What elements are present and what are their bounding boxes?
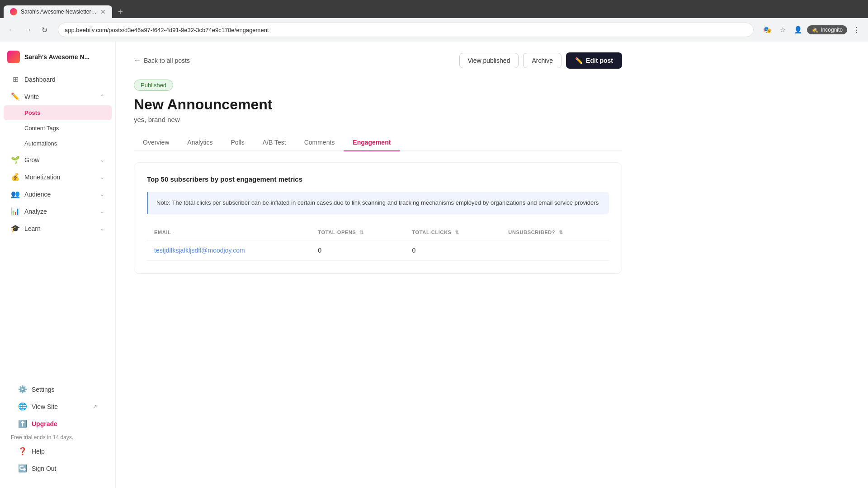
col-total-opens-label: TOTAL OPENS [318,230,356,235]
sidebar-item-upgrade[interactable]: ⬆️ Upgrade [11,415,104,432]
table-row: testjdlfksjafkljsdfl@moodjoy.com 0 0 [147,240,609,260]
chevron-up-icon: ⌃ [100,94,104,100]
upgrade-icon: ⬆️ [18,419,27,428]
browser-chrome: Sarah's Awesome Newsletter - b... ✕ + ← … [0,0,868,42]
tab-comments[interactable]: Comments [295,134,344,151]
sidebar-item-label: Audience [24,191,95,198]
sidebar-item-help[interactable]: ❓ Help [11,443,104,460]
col-total-clicks: TOTAL CLICKS ⇅ [405,225,501,240]
engagement-table: EMAIL TOTAL OPENS ⇅ TOTAL CLICKS ⇅ [147,225,609,261]
write-icon: ✏️ [11,92,20,101]
sidebar-item-label: Help [32,448,97,455]
sidebar-item-sign-out[interactable]: ↪️ Sign Out [11,460,104,477]
sort-icon[interactable]: ⇅ [359,230,364,235]
sidebar-item-content-tags[interactable]: Content Tags [4,121,112,136]
tab-favicon [10,8,17,15]
sidebar-item-label: Automations [24,140,104,147]
profile-icon[interactable]: 👤 [792,23,804,36]
reload-button[interactable]: ↻ [38,23,51,36]
sidebar: Sarah's Awesome N... ⊞ Dashboard ✏️ Writ… [0,42,116,488]
sidebar-item-write[interactable]: ✏️ Write ⌃ [4,88,112,105]
chevron-down-icon: ⌄ [100,157,104,163]
media-control-icon[interactable]: 🎭 [761,23,774,36]
post-status-badge: Published [134,80,173,91]
sidebar-item-label: Learn [24,225,95,232]
trial-text: Free trial ends in 14 days. [7,432,108,442]
active-tab[interactable]: Sarah's Awesome Newsletter - b... ✕ [4,5,112,18]
sidebar-item-automations[interactable]: Automations [4,136,112,151]
incognito-icon: 🕵 [811,27,818,33]
sidebar-item-label: Sign Out [32,465,97,472]
back-to-all-posts-link[interactable]: ← Back to all posts [134,56,190,65]
dashboard-icon: ⊞ [11,75,20,84]
sidebar-item-settings[interactable]: ⚙️ Settings [11,381,104,398]
edit-post-button[interactable]: ✏️ Edit post [566,52,622,69]
view-published-button[interactable]: View published [459,53,519,68]
back-nav-button[interactable]: ← [5,23,18,36]
sidebar-item-label: Settings [32,386,97,393]
top-actions: View published Archive ✏️ Edit post [459,52,623,69]
forward-nav-button[interactable]: → [22,23,34,36]
analyze-icon: 📊 [11,207,20,216]
sidebar-brand: Sarah's Awesome N... [0,47,115,70]
sidebar-item-label: Content Tags [24,125,104,131]
tab-polls[interactable]: Polls [222,134,253,151]
tab-title: Sarah's Awesome Newsletter - b... [21,9,97,15]
sidebar-item-audience[interactable]: 👥 Audience ⌄ [4,186,112,202]
sidebar-nav: ⊞ Dashboard ✏️ Write ⌃ Posts Content Tag… [0,70,115,375]
row-unsubscribed [501,240,609,260]
tab-close-icon[interactable]: ✕ [100,8,106,15]
post-header: Published New Announcement yes, brand ne… [134,80,622,123]
help-icon: ❓ [18,447,27,455]
learn-icon: 🎓 [11,224,20,233]
table-body: testjdlfksjafkljsdfl@moodjoy.com 0 0 [147,240,609,260]
table-header: EMAIL TOTAL OPENS ⇅ TOTAL CLICKS ⇅ [147,225,609,240]
sidebar-item-view-site[interactable]: 🌐 View Site ↗ [11,398,104,415]
edit-icon: ✏️ [575,57,583,64]
note-text: Note: The total clicks per subscriber ca… [156,199,599,206]
sidebar-footer: ⚙️ Settings 🌐 View Site ↗ ⬆️ Upgrade Fre… [0,375,115,483]
tab-overview[interactable]: Overview [134,134,178,151]
col-unsubscribed: UNSUBSCRIBED? ⇅ [501,225,609,240]
menu-icon[interactable]: ⋮ [850,23,863,36]
tab-engagement[interactable]: Engagement [344,134,400,151]
sidebar-item-label: View Site [32,403,88,410]
sidebar-item-analyze[interactable]: 📊 Analyze ⌄ [4,203,112,220]
chevron-down-icon: ⌄ [100,208,104,215]
chevron-down-icon: ⌄ [100,225,104,232]
brand-name: Sarah's Awesome N... [24,53,90,61]
sort-icon[interactable]: ⇅ [559,230,563,235]
new-tab-button[interactable]: + [114,5,127,18]
sidebar-item-label: Write [24,93,95,100]
sidebar-item-monetization[interactable]: 💰 Monetization ⌄ [4,169,112,185]
incognito-badge: 🕵 Incognito [807,25,847,34]
sidebar-item-label: Grow [24,156,95,164]
sidebar-item-posts[interactable]: Posts [4,105,112,120]
post-title: New Announcement [134,96,622,113]
archive-button[interactable]: Archive [523,53,561,68]
row-total-clicks: 0 [405,240,501,260]
url-text: app.beehiiv.com/posts/d3e46a97-f642-4d91… [65,27,269,33]
row-email: testjdlfksjafkljsdfl@moodjoy.com [147,240,311,260]
post-tabs: Overview Analytics Polls A/B Test Commen… [134,134,622,151]
view-site-icon: 🌐 [18,402,27,411]
sidebar-item-learn[interactable]: 🎓 Learn ⌄ [4,220,112,237]
row-total-opens: 0 [311,240,405,260]
sort-icon[interactable]: ⇅ [455,230,459,235]
toolbar-icons: 🎭 ☆ 👤 🕵 Incognito ⋮ [761,23,863,36]
bookmark-icon[interactable]: ☆ [776,23,789,36]
incognito-label: Incognito [821,27,843,33]
external-link-icon: ↗ [93,404,97,410]
sidebar-item-dashboard[interactable]: ⊞ Dashboard [4,71,112,88]
address-bar[interactable]: app.beehiiv.com/posts/d3e46a97-f642-4d91… [58,23,754,37]
col-email: EMAIL [147,225,311,240]
section-title: Top 50 subscribers by post engagement me… [147,175,609,183]
back-arrow-icon: ← [134,56,141,65]
tab-ab-test[interactable]: A/B Test [254,134,295,151]
chevron-down-icon: ⌄ [100,174,104,180]
sidebar-item-label: Upgrade [32,420,97,427]
sidebar-item-grow[interactable]: 🌱 Grow ⌄ [4,151,112,168]
tab-analytics[interactable]: Analytics [178,134,222,151]
brand-logo [7,51,20,63]
email-link[interactable]: testjdlfksjafkljsdfl@moodjoy.com [154,247,245,254]
